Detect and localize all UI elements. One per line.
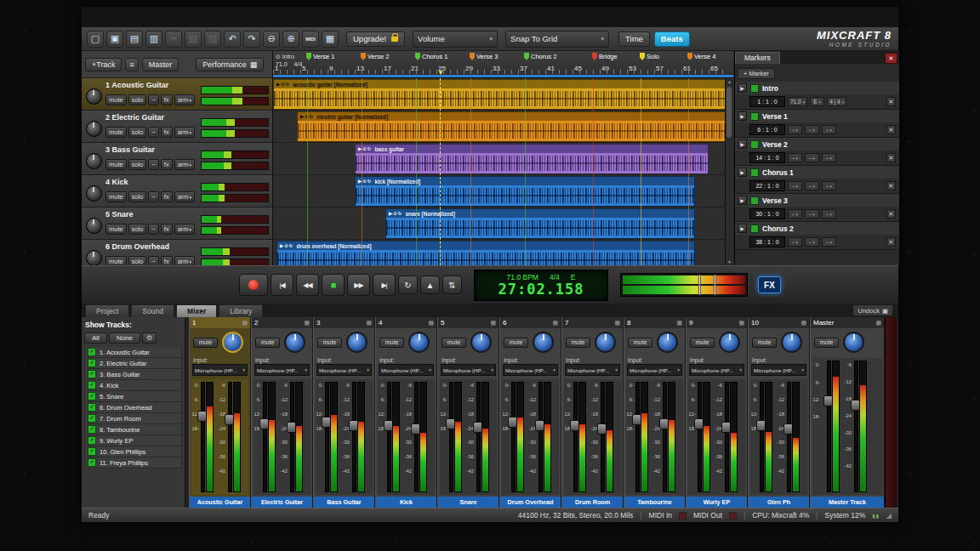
key-readout[interactable]: E (571, 273, 576, 281)
marker-key-field[interactable]: -▾ (805, 125, 819, 134)
marker-bpm-field[interactable]: -▾ (788, 125, 802, 134)
close-icon[interactable]: ✕ (886, 181, 896, 190)
marker-key-field[interactable]: -▾ (805, 153, 819, 162)
volume-knob[interactable] (657, 332, 678, 353)
marker-key-field[interactable]: -▾ (805, 237, 819, 247)
performance-button[interactable]: Performance ▦ (196, 58, 264, 71)
scroll-down-icon[interactable]: ▼ (726, 259, 733, 264)
fx-button[interactable]: fx (161, 224, 173, 235)
playhead[interactable] (440, 78, 441, 265)
fader-zone[interactable]: 0-6-12-18--6-12-18-24-30-36-42 (750, 379, 807, 495)
pan-curve-icon[interactable]: ~ (148, 191, 158, 202)
checkbox-icon[interactable]: ✓ (88, 370, 96, 378)
fader-zone[interactable]: 0-6-12-18--6-12-18-24-30-36-42 (812, 358, 882, 495)
fader-zone[interactable]: 0-6-12-18--6-12-18-24-30-36-42 (254, 379, 311, 495)
mixer-strip[interactable]: 2▦muteInput:Microphone (HP...▾0-6-12-18-… (251, 317, 313, 508)
show-track-item[interactable]: ✓7. Drum Room (84, 413, 182, 424)
volume-knob[interactable] (533, 332, 554, 353)
fx-button[interactable]: FX (758, 276, 781, 293)
close-icon[interactable]: ✕ (886, 237, 896, 247)
ruler-marker-flag[interactable]: Chorus 1 (415, 53, 447, 60)
play-icon[interactable]: ▶ (738, 196, 747, 205)
pan-curve-icon[interactable]: ~ (148, 127, 158, 138)
play-icon[interactable]: ▶ (738, 224, 747, 233)
mute-button[interactable]: mute (628, 338, 652, 348)
volume-knob[interactable] (470, 332, 492, 353)
clip-header[interactable]: ▶⊙↻bass guitar (356, 145, 708, 153)
checkbox-icon[interactable]: ✓ (88, 348, 96, 356)
add-track-button[interactable]: +Track (85, 58, 122, 71)
marker-row-title[interactable]: ▶Verse 2 (735, 138, 899, 151)
mixer-strip[interactable]: 5▦muteInput:Microphone (HP...▾0-6-12-18-… (437, 317, 499, 508)
open-project-icon[interactable]: ▣ (106, 31, 123, 48)
go-to-end-button[interactable]: ▶| (373, 274, 396, 296)
fader-zone[interactable]: 0-6-12-18--6-12-18-24-30-36-42 (688, 379, 745, 495)
solo-button[interactable]: solo (128, 191, 147, 202)
timeline-ruler[interactable]: ⊙ Intro 71.0 4/4 Verse 1Verse 2Chorus 1V… (273, 51, 733, 78)
volume-knob[interactable] (222, 332, 243, 353)
mute-button[interactable]: mute (105, 159, 127, 170)
track-row[interactable]: 6 Drum Overheadmutesolo~fxarm▾ (82, 240, 272, 265)
marker-signature-field[interactable]: -▾ (822, 125, 836, 134)
show-track-item[interactable]: ✓8. Tambourine (84, 424, 182, 435)
play-icon[interactable]: ▶ (738, 83, 747, 93)
mute-button[interactable]: mute (105, 94, 127, 105)
show-track-item[interactable]: ✓3. Bass Guitar (84, 369, 182, 380)
fx-button[interactable]: fx (161, 94, 173, 105)
tab-markers[interactable]: Markers (735, 52, 780, 64)
fader-zone[interactable]: 0-6-12-18--6-12-18-24-30-36-42 (564, 379, 621, 495)
loop-button[interactable]: ↻ (398, 276, 418, 294)
checkbox-icon[interactable]: ✓ (88, 403, 96, 412)
pan-knob[interactable] (86, 153, 102, 169)
marker-time-field[interactable]: 38 : 1 : 0 (749, 236, 785, 247)
marker-signature-field[interactable]: -▾ (822, 237, 836, 247)
marker-row-title[interactable]: ▶Verse 1 (735, 110, 899, 122)
play-icon[interactable]: ▶ (738, 111, 747, 121)
volume-knob[interactable] (781, 332, 802, 353)
input-dropdown[interactable]: Microphone (HP...▾ (689, 364, 744, 376)
marker-time-field[interactable]: 22 : 1 : 0 (749, 180, 785, 191)
arm-button[interactable]: arm▾ (174, 127, 195, 138)
timeline-vertical-scrollbar[interactable]: ▲ ▼ (725, 78, 733, 265)
volume-dropdown[interactable]: Volume ▾ (413, 31, 498, 48)
record-button[interactable] (239, 274, 268, 296)
solo-button[interactable]: solo (128, 224, 147, 235)
marker-time-field[interactable]: 1 : 1 : 0 (749, 96, 785, 107)
zoom-in-icon[interactable]: ⊕ (282, 31, 299, 48)
marker-row-title[interactable]: ▶Verse 3 (735, 194, 899, 207)
meter-handle[interactable] (714, 275, 716, 285)
fader-zone[interactable]: 0-6-12-18--6-12-18-24-30-36-42 (626, 379, 683, 495)
marker-bpm-field[interactable]: -▾ (788, 181, 802, 190)
marker-time-field[interactable]: 30 : 1 : 0 (749, 208, 785, 219)
metronome-button[interactable]: ▲ (420, 276, 440, 294)
redo-icon[interactable]: ↷ (243, 31, 260, 48)
marker-bpm-field[interactable]: -▾ (788, 237, 802, 247)
mute-button[interactable]: mute (317, 338, 342, 348)
tab-library[interactable]: Library (219, 304, 263, 317)
input-dropdown[interactable]: Microphone (HP...▾ (503, 364, 558, 376)
solo-button[interactable]: solo (128, 127, 147, 138)
ruler-marker-flag[interactable]: Chorus 2 (524, 53, 556, 60)
meter-handle[interactable] (698, 285, 701, 295)
new-file-icon[interactable]: ▢ (87, 31, 104, 48)
play-icon[interactable]: ▶ (738, 168, 747, 177)
close-icon[interactable]: ✕ (886, 153, 896, 162)
close-icon[interactable]: ✕ (886, 125, 896, 134)
checkbox-icon[interactable]: ✓ (88, 436, 96, 445)
marker-signature-field[interactable]: -▾ (822, 181, 836, 190)
show-track-item[interactable]: ✓5. Snare (84, 391, 182, 402)
marker-key-field[interactable]: -▾ (805, 181, 819, 190)
pan-knob[interactable] (86, 88, 102, 105)
stop-button[interactable]: ■ (322, 274, 345, 296)
time-signature-readout[interactable]: 4/4 (550, 273, 560, 281)
fader-zone[interactable]: 0-6-12-18--6-12-18-24-30-36-42 (191, 379, 248, 495)
pan-knob[interactable] (86, 185, 102, 202)
fx-button[interactable]: fx (161, 127, 173, 138)
grid-icon[interactable]: ▦ (322, 31, 339, 48)
mute-button[interactable]: mute (105, 256, 127, 265)
show-none-button[interactable]: None (109, 332, 140, 344)
ruler-marker-flag[interactable]: Verse 1 (306, 53, 334, 60)
cut-icon[interactable]: ✂ (165, 31, 182, 48)
volume-knob[interactable] (843, 332, 864, 353)
undock-button[interactable]: Undock ▣ (852, 304, 893, 316)
